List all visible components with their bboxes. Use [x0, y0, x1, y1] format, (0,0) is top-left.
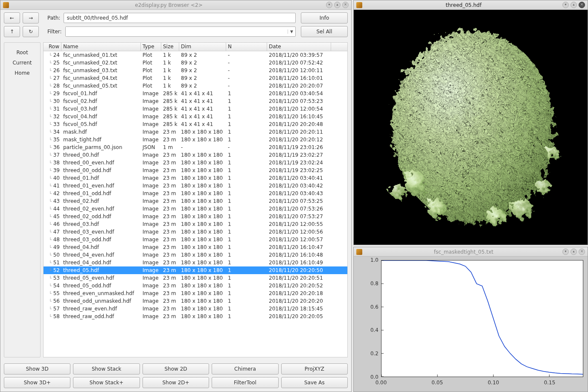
- table-row[interactable]: └37threed_00.hdfImage23 m180 x 180 x 180…: [44, 151, 347, 159]
- table-row[interactable]: └49threed_04.hdfImage23 m180 x 180 x 180…: [44, 243, 347, 251]
- chevron-down-icon[interactable]: ▼: [288, 29, 295, 34]
- action-button-2[interactable]: Show 2D: [143, 363, 209, 374]
- cell-n: -: [226, 75, 267, 81]
- cell-n: 1: [226, 190, 267, 196]
- cell-date: 2018/11/20 20:20:05: [267, 313, 331, 319]
- nav-current[interactable]: Current: [12, 60, 32, 66]
- col-n[interactable]: N: [226, 43, 267, 51]
- action-button-4[interactable]: Save As: [281, 377, 348, 388]
- table-row[interactable]: └47threed_03_even.hdfImage23 m180 x 180 …: [44, 228, 347, 236]
- action-button-3[interactable]: FilterTool: [212, 377, 278, 388]
- plot-window: fsc_maskedtight_05.txt ▾ ▴ × 0.00.20.40.…: [353, 247, 588, 392]
- table-row[interactable]: └33fscvol_05.hdfImage285 k41 x 41 x 4112…: [44, 120, 347, 128]
- nav-home[interactable]: Home: [15, 70, 29, 76]
- action-button-4[interactable]: ProjXYZ: [281, 363, 348, 374]
- forward-button[interactable]: →: [23, 12, 39, 23]
- table-row[interactable]: └35mask_tight.hdfImage23 m180 x 180 x 18…: [44, 136, 347, 143]
- col-type[interactable]: Type: [141, 43, 161, 51]
- maximize-icon[interactable]: ▴: [571, 2, 577, 8]
- cell-dim: 180 x 180 x 180: [179, 167, 226, 173]
- table-body[interactable]: └24fsc_unmasked_01.txtPlot1 k89 x 2-2018…: [44, 51, 347, 357]
- up-button[interactable]: ↑: [4, 26, 20, 37]
- table-row[interactable]: └43threed_02.hdfImage23 m180 x 180 x 180…: [44, 197, 347, 205]
- table-row[interactable]: └52threed_05.hdfImage23 m180 x 180 x 180…: [44, 266, 347, 274]
- cell-dim: 180 x 180 x 180: [179, 244, 226, 250]
- col-dim[interactable]: Dim: [179, 43, 226, 51]
- minimize-icon[interactable]: ▾: [562, 249, 569, 255]
- table-row[interactable]: └55threed_even_unmasked.hdfImage23 m180 …: [44, 290, 347, 297]
- action-button-2[interactable]: Show 2D+: [143, 377, 209, 388]
- cell-type: Image: [141, 183, 161, 189]
- close-icon[interactable]: ×: [342, 2, 349, 8]
- table-row[interactable]: └32fscvol_04.hdfImage285 k41 x 41 x 4112…: [44, 113, 347, 120]
- table-row[interactable]: └34mask.hdfImage23 m180 x 180 x 18012018…: [44, 128, 347, 136]
- cell-dim: 180 x 180 x 180: [179, 183, 226, 189]
- action-button-0[interactable]: Show 3D: [4, 363, 70, 374]
- action-button-1[interactable]: Show Stack+: [73, 377, 140, 388]
- table-row[interactable]: └28fsc_unmasked_05.txtPlot1 k89 x 2-2018…: [44, 82, 347, 90]
- refresh-button[interactable]: ↻: [23, 26, 39, 37]
- table-row[interactable]: └39threed_00_odd.hdfImage23 m180 x 180 x…: [44, 167, 347, 174]
- table-row[interactable]: └26fsc_unmasked_03.txtPlot1 k89 x 2-2018…: [44, 67, 347, 74]
- nav-root[interactable]: Root: [16, 50, 28, 56]
- table-row[interactable]: └40threed_01.hdfImage23 m180 x 180 x 180…: [44, 174, 347, 182]
- action-button-0[interactable]: Show 3D+: [4, 377, 70, 388]
- cell-dim: 180 x 180 x 180: [179, 290, 226, 296]
- volume-titlebar[interactable]: threed_05.hdf ▾ ▴ ×: [354, 0, 588, 10]
- table-row[interactable]: └38threed_00_even.hdfImage23 m180 x 180 …: [44, 159, 347, 167]
- table-row[interactable]: └58threed_raw_odd.hdfImage23 m180 x 180 …: [44, 313, 347, 320]
- cell-date: 2018/11/20 16:10:01: [267, 75, 331, 81]
- table-row[interactable]: └45threed_02_odd.hdfImage23 m180 x 180 x…: [44, 213, 347, 220]
- col-row[interactable]: Row: [44, 43, 61, 51]
- minimize-icon[interactable]: ▾: [326, 2, 332, 8]
- col-size[interactable]: Size: [161, 43, 179, 51]
- table-row[interactable]: └29fscvol_01.hdfImage285 k41 x 41 x 4112…: [44, 90, 347, 97]
- col-name[interactable]: Name: [61, 43, 141, 51]
- path-input[interactable]: [64, 13, 296, 23]
- select-all-button[interactable]: Sel All: [301, 26, 348, 37]
- cell-name: fscvol_05.hdf: [61, 121, 141, 127]
- table-row[interactable]: └54threed_05_odd.hdfImage23 m180 x 180 x…: [44, 282, 347, 290]
- cell-n: -: [226, 52, 267, 58]
- table-row[interactable]: └56threed_odd_unmasked.hdfImage23 m180 x…: [44, 297, 347, 305]
- minimize-icon[interactable]: ▾: [562, 2, 569, 8]
- browser-titlebar[interactable]: e2display.py Browser <2> ▾ ▴ ×: [0, 0, 351, 10]
- filter-input[interactable]: [66, 27, 288, 36]
- back-button[interactable]: ←: [4, 12, 20, 23]
- table-row[interactable]: └44threed_02_even.hdfImage23 m180 x 180 …: [44, 205, 347, 213]
- table-row[interactable]: └24fsc_unmasked_01.txtPlot1 k89 x 2-2018…: [44, 51, 347, 59]
- info-button[interactable]: Info: [301, 12, 348, 23]
- cell-row: └41: [44, 183, 61, 189]
- plot-titlebar[interactable]: fsc_maskedtight_05.txt ▾ ▴ ×: [354, 247, 588, 257]
- volume-viewport[interactable]: [354, 10, 588, 245]
- table-row[interactable]: └30fscvol_02.hdfImage285 k41 x 41 x 4112…: [44, 97, 347, 105]
- maximize-icon[interactable]: ▴: [571, 249, 577, 255]
- table-row[interactable]: └50threed_04_even.hdfImage23 m180 x 180 …: [44, 251, 347, 259]
- table-row[interactable]: └46threed_03.hdfImage23 m180 x 180 x 180…: [44, 220, 347, 228]
- table-row[interactable]: └27fsc_unmasked_04.txtPlot1 k89 x 2-2018…: [44, 74, 347, 82]
- table-row[interactable]: └42threed_01_odd.hdfImage23 m180 x 180 x…: [44, 190, 347, 197]
- close-icon[interactable]: ×: [579, 249, 585, 255]
- cell-n: 1: [226, 229, 267, 235]
- cell-date: 2018/11/20 20:20:12: [267, 137, 331, 143]
- filter-combo[interactable]: ▼: [65, 26, 296, 37]
- plot-area[interactable]: 0.00.20.40.60.81.00.000.050.100.15: [354, 257, 588, 392]
- close-icon[interactable]: ×: [579, 2, 585, 8]
- maximize-icon[interactable]: ▴: [334, 2, 341, 8]
- table-row[interactable]: └51threed_04_odd.hdfImage23 m180 x 180 x…: [44, 259, 347, 266]
- action-button-3[interactable]: Chimera: [212, 363, 278, 374]
- cell-size: 23 m: [161, 244, 179, 250]
- action-button-1[interactable]: Show Stack: [73, 363, 140, 374]
- cell-type: Image: [141, 221, 161, 227]
- table-row[interactable]: └57threed_raw_even.hdfImage23 m180 x 180…: [44, 305, 347, 313]
- table-row[interactable]: └25fsc_unmasked_02.txtPlot1 k89 x 2-2018…: [44, 59, 347, 67]
- cell-type: Image: [141, 237, 161, 243]
- table-row[interactable]: └36particle_parms_00.jsonJSON1 m--2018/1…: [44, 143, 347, 151]
- table-row[interactable]: └41threed_01_even.hdfImage23 m180 x 180 …: [44, 182, 347, 190]
- table-row[interactable]: └53threed_05_even.hdfImage23 m180 x 180 …: [44, 274, 347, 282]
- col-date[interactable]: Date: [267, 43, 331, 51]
- cell-type: Image: [141, 160, 161, 166]
- table-row[interactable]: └48threed_03_odd.hdfImage23 m180 x 180 x…: [44, 236, 347, 243]
- cell-n: 1: [226, 252, 267, 258]
- table-row[interactable]: └31fscvol_03.hdfImage285 k41 x 41 x 4112…: [44, 105, 347, 113]
